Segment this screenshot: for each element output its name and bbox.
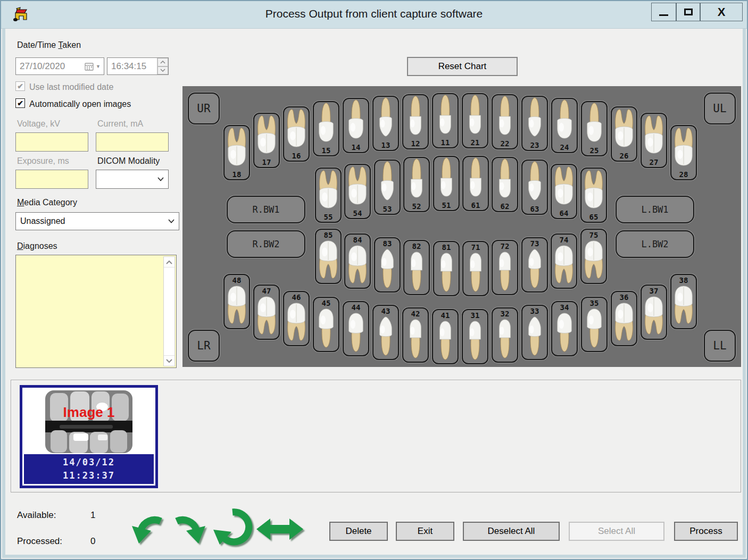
tooth-61[interactable]: 61 [462, 156, 489, 211]
tooth-16[interactable]: 16 [283, 106, 310, 162]
quadrant-ul-button[interactable]: UL [704, 93, 736, 124]
tooth-64[interactable]: 64 [551, 164, 577, 219]
diagnoses-scrollbar[interactable] [163, 256, 175, 366]
tooth-75[interactable]: 75 [580, 229, 607, 284]
tooth-51[interactable]: 51 [433, 156, 460, 211]
tooth-icon [553, 312, 576, 353]
time-taken-field[interactable]: 16:34:15 [107, 57, 169, 75]
tooth-82[interactable]: 82 [403, 240, 430, 295]
tooth-74[interactable]: 74 [551, 233, 577, 289]
tooth-48[interactable]: 48 [223, 274, 250, 329]
rbw1-button[interactable]: R.BW1 [227, 196, 305, 223]
tooth-21[interactable]: 21 [462, 93, 488, 148]
flip-horizontal-button[interactable] [254, 510, 305, 548]
quadrant-ll-button[interactable]: LL [704, 330, 736, 362]
close-button[interactable]: X [700, 3, 743, 21]
date-dropdown-icon[interactable]: ▼ [95, 64, 104, 69]
tooth-81[interactable]: 81 [433, 241, 460, 296]
tooth-18[interactable]: 18 [223, 125, 250, 180]
scroll-up-button[interactable] [164, 257, 174, 268]
rotate-180-button[interactable] [212, 507, 253, 549]
tooth-23[interactable]: 23 [521, 96, 548, 151]
exposure-label: Exposure, ms [17, 156, 69, 166]
tooth-11[interactable]: 11 [432, 93, 459, 148]
tooth-42[interactable]: 42 [402, 307, 429, 363]
tooth-55[interactable]: 55 [315, 168, 342, 223]
tooth-24[interactable]: 24 [551, 98, 578, 153]
tooth-number: 27 [650, 157, 659, 167]
diagnoses-textarea[interactable] [16, 255, 163, 367]
tooth-34[interactable]: 34 [551, 301, 578, 356]
tooth-52[interactable]: 52 [403, 157, 430, 212]
tooth-36[interactable]: 36 [611, 291, 637, 346]
tooth-44[interactable]: 44 [343, 301, 369, 356]
rotate-left-button[interactable] [129, 510, 167, 548]
tooth-icon [314, 102, 338, 143]
rbw2-button[interactable]: R.BW2 [227, 230, 305, 258]
tooth-icon [493, 95, 517, 136]
tooth-84[interactable]: 84 [344, 233, 371, 289]
tooth-27[interactable]: 27 [641, 113, 667, 168]
tooth-icon [435, 157, 458, 197]
maximize-button[interactable] [676, 3, 700, 21]
quadrant-lr-button[interactable]: LR [188, 330, 220, 362]
tooth-47[interactable]: 47 [253, 285, 280, 340]
tooth-28[interactable]: 28 [670, 125, 697, 180]
tooth-33[interactable]: 33 [521, 305, 548, 360]
tooth-62[interactable]: 62 [492, 157, 518, 212]
exit-button[interactable]: Exit [396, 522, 454, 541]
spinner-down-button[interactable] [157, 66, 168, 75]
delete-button[interactable]: Delete [329, 522, 388, 541]
tooth-53[interactable]: 53 [374, 160, 401, 215]
minimize-button[interactable] [651, 3, 676, 21]
lbw2-button[interactable]: L.BW2 [616, 230, 694, 258]
media-category-select[interactable]: Unassigned [15, 212, 179, 230]
tooth-15[interactable]: 15 [313, 101, 339, 156]
reset-chart-button[interactable]: Reset Chart [407, 57, 518, 76]
tooth-32[interactable]: 32 [492, 307, 518, 363]
use-last-modified-checkbox[interactable]: ✔ [15, 81, 25, 91]
tooth-54[interactable]: 54 [344, 164, 371, 219]
tooth-12[interactable]: 12 [402, 94, 429, 149]
tooth-71[interactable]: 71 [462, 241, 489, 296]
lbw1-button[interactable]: L.BW1 [616, 196, 694, 223]
date-taken-field[interactable]: 27/10/2020 ▼ [15, 57, 104, 75]
tooth-45[interactable]: 45 [313, 297, 339, 352]
rotate-right-button[interactable] [170, 510, 209, 548]
tooth-17[interactable]: 17 [253, 113, 280, 168]
tooth-26[interactable]: 26 [611, 106, 637, 162]
quadrant-ur-button[interactable]: UR [188, 93, 220, 124]
tooth-46[interactable]: 46 [283, 291, 310, 346]
spinner-up-button[interactable] [157, 58, 168, 66]
exposure-input[interactable] [15, 170, 88, 189]
tooth-31[interactable]: 31 [462, 309, 488, 364]
tooth-43[interactable]: 43 [372, 305, 399, 360]
tooth-25[interactable]: 25 [581, 101, 608, 156]
process-button[interactable]: Process [674, 522, 738, 541]
select-all-button[interactable]: Select All [569, 522, 664, 541]
current-input[interactable] [96, 132, 169, 152]
tooth-41[interactable]: 41 [432, 309, 459, 364]
tooth-14[interactable]: 14 [343, 98, 369, 153]
tooth-13[interactable]: 13 [372, 96, 399, 151]
tooth-83[interactable]: 83 [374, 237, 401, 292]
tooth-37[interactable]: 37 [641, 285, 667, 340]
tooth-22[interactable]: 22 [492, 94, 518, 149]
dicom-modality-select[interactable] [96, 170, 169, 189]
image-thumbnail[interactable]: Image 1 14/03/12 11:23:37 [20, 385, 158, 488]
tooth-number: 31 [471, 310, 480, 320]
xray-thumbnail-graphic: Image 1 [38, 390, 139, 454]
auto-open-images-checkbox[interactable]: ✔ [15, 98, 25, 108]
scroll-down-button[interactable] [164, 355, 174, 366]
voltage-label: Voltage, kV [17, 119, 60, 129]
tooth-85[interactable]: 85 [315, 229, 342, 284]
voltage-input[interactable] [15, 132, 88, 152]
tooth-63[interactable]: 63 [521, 160, 548, 215]
tooth-73[interactable]: 73 [521, 237, 548, 292]
deselect-all-button[interactable]: Deselect All [463, 522, 560, 541]
tooth-72[interactable]: 72 [492, 240, 518, 295]
tooth-35[interactable]: 35 [581, 297, 608, 352]
tooth-number: 55 [324, 212, 333, 222]
tooth-65[interactable]: 65 [580, 168, 607, 223]
tooth-38[interactable]: 38 [670, 274, 697, 329]
